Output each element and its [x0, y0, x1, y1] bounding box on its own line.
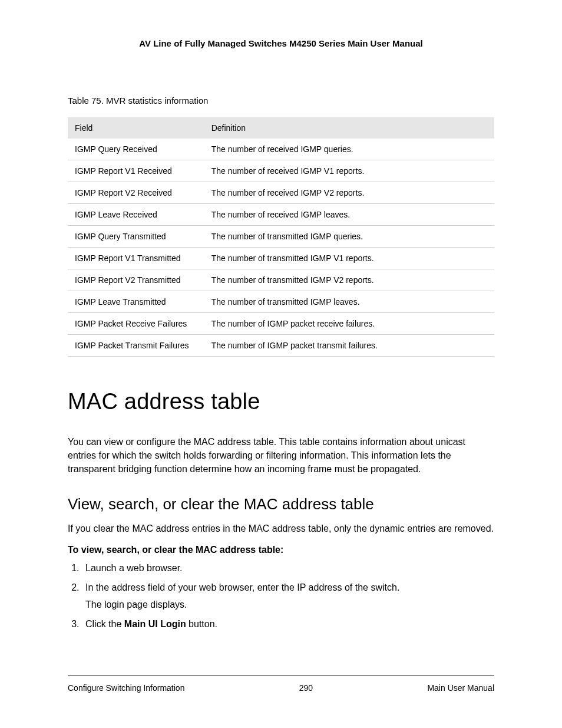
table-row: IGMP Report V1 ReceivedThe number of rec…	[68, 160, 494, 182]
cell-field: IGMP Report V2 Transmitted	[68, 269, 204, 291]
cell-definition: The number of transmitted IGMP V1 report…	[204, 248, 494, 269]
table-row: IGMP Query TransmittedThe number of tran…	[68, 226, 494, 248]
subsection-heading: View, search, or clear the MAC address t…	[68, 495, 494, 513]
cell-field: IGMP Leave Transmitted	[68, 291, 204, 313]
table-header-row: Field Definition	[68, 117, 494, 139]
table-row: IGMP Query ReceivedThe number of receive…	[68, 139, 494, 160]
document-header: AV Line of Fully Managed Switches M4250 …	[68, 38, 494, 48]
section-heading: MAC address table	[68, 389, 494, 414]
cell-definition: The number of transmitted IGMP queries.	[204, 226, 494, 248]
mvr-statistics-table: Field Definition IGMP Query ReceivedThe …	[68, 117, 494, 357]
cell-field: IGMP Packet Transmit Failures	[68, 335, 204, 357]
step-1: Launch a web browser.	[82, 561, 494, 575]
section-intro: You can view or configure the MAC addres…	[68, 435, 494, 476]
table-row: IGMP Packet Receive FailuresThe number o…	[68, 313, 494, 335]
cell-definition: The number of received IGMP leaves.	[204, 204, 494, 226]
cell-definition: The number of transmitted IGMP leaves.	[204, 291, 494, 313]
table-row: IGMP Report V1 TransmittedThe number of …	[68, 248, 494, 269]
table-caption: Table 75. MVR statistics information	[68, 95, 494, 106]
step-3: Click the Main UI Login button.	[82, 617, 494, 631]
cell-field: IGMP Leave Received	[68, 204, 204, 226]
footer-left: Configure Switching Information	[68, 683, 184, 693]
cell-field: IGMP Query Received	[68, 139, 204, 160]
footer-right: Main User Manual	[427, 683, 494, 693]
step-2: In the address field of your web browser…	[82, 581, 494, 611]
footer-page-number: 290	[299, 683, 313, 693]
procedure-title: To view, search, or clear the MAC addres…	[68, 545, 494, 555]
cell-definition: The number of received IGMP queries.	[204, 139, 494, 160]
table-row: IGMP Packet Transmit FailuresThe number …	[68, 335, 494, 357]
col-field: Field	[68, 117, 204, 139]
step-3-pre: Click the	[85, 619, 124, 629]
cell-definition: The number of IGMP packet transmit failu…	[204, 335, 494, 357]
cell-field: IGMP Report V1 Received	[68, 160, 204, 182]
cell-field: IGMP Packet Receive Failures	[68, 313, 204, 335]
step-2-sub: The login page displays.	[85, 598, 494, 611]
step-2-text: In the address field of your web browser…	[85, 582, 399, 592]
page-footer: Configure Switching Information 290 Main…	[68, 676, 494, 693]
col-definition: Definition	[204, 117, 494, 139]
table-row: IGMP Leave ReceivedThe number of receive…	[68, 204, 494, 226]
cell-field: IGMP Report V2 Received	[68, 182, 204, 204]
subsection-intro: If you clear the MAC address entries in …	[68, 522, 494, 535]
table-row: IGMP Leave TransmittedThe number of tran…	[68, 291, 494, 313]
table-row: IGMP Report V2 ReceivedThe number of rec…	[68, 182, 494, 204]
cell-definition: The number of transmitted IGMP V2 report…	[204, 269, 494, 291]
cell-definition: The number of received IGMP V1 reports.	[204, 160, 494, 182]
step-3-post: button.	[186, 619, 217, 629]
cell-field: IGMP Query Transmitted	[68, 226, 204, 248]
cell-field: IGMP Report V1 Transmitted	[68, 248, 204, 269]
step-3-bold: Main UI Login	[124, 619, 186, 629]
procedure-steps: Launch a web browser. In the address fie…	[68, 561, 494, 631]
table-row: IGMP Report V2 TransmittedThe number of …	[68, 269, 494, 291]
cell-definition: The number of received IGMP V2 reports.	[204, 182, 494, 204]
cell-definition: The number of IGMP packet receive failur…	[204, 313, 494, 335]
